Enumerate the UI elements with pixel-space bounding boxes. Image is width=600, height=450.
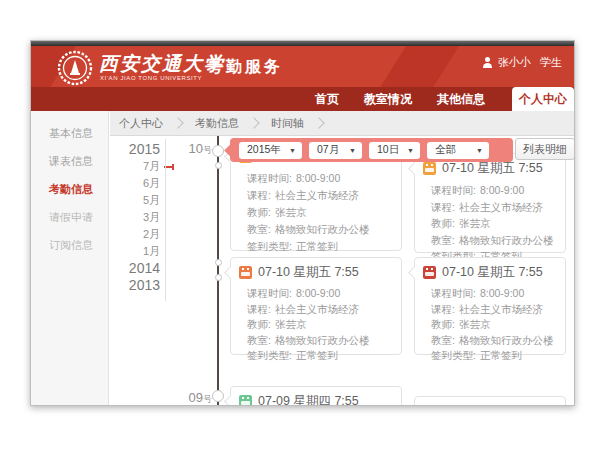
- year-item-2014[interactable]: 2014: [110, 260, 160, 277]
- app-header: 西安交通大学 XI'AN JIAO TONG UNIVERSITY 考勤服务 张…: [31, 46, 574, 87]
- month-item-february[interactable]: 2月: [110, 226, 160, 243]
- calendar-icon: [423, 162, 436, 175]
- type-dropdown[interactable]: 全部▼: [427, 142, 489, 159]
- chevron-down-icon: ▼: [476, 147, 483, 154]
- sidebar-item-basic-info[interactable]: 基本信息: [31, 123, 108, 151]
- nav-tab-personal-center[interactable]: 个人中心: [512, 87, 574, 111]
- nav-item-home[interactable]: 首页: [315, 91, 339, 108]
- user-icon: [482, 57, 493, 68]
- card-date: 07-09 星期四 7:55: [258, 393, 359, 405]
- app-title: 考勤服务: [207, 57, 283, 78]
- sidebar-item-leave-request[interactable]: 请假申请: [31, 207, 108, 235]
- attendance-card: 07-09 星期四 7:55: [230, 386, 402, 405]
- chevron-right-icon: [313, 117, 324, 128]
- card-fields: 课程时间:8:00-9:00 课程:社会主义市场经济 教师:张芸京 教室:格物致…: [415, 281, 565, 364]
- timeline-node-icon: [215, 259, 222, 266]
- timeline-year-list: 2015 7月 6月 5月 3月 2月 1月 2014 2013: [110, 141, 160, 294]
- calendar-icon: [239, 266, 252, 279]
- user-role: 学生: [540, 55, 562, 70]
- sidebar: 基本信息 课表信息 考勤信息 请假申请 订阅信息: [31, 111, 109, 405]
- university-logo-icon: [57, 50, 93, 86]
- timeline-node-icon: [212, 390, 224, 402]
- app-window: 西安交通大学 XI'AN JIAO TONG UNIVERSITY 考勤服务 张…: [30, 40, 575, 406]
- year-item-2015[interactable]: 2015: [110, 141, 160, 158]
- list-detail-button[interactable]: 列表明细: [515, 138, 574, 160]
- timeline-axis: [217, 136, 219, 405]
- card-date: 07-10 星期五 7:55: [442, 160, 543, 177]
- attendance-card: 07-10 星期五 7:55 课程时间:8:00-9:00 课程:社会主义市场经…: [230, 257, 402, 355]
- day-marker-10: 10号: [172, 141, 212, 157]
- nav-item-classrooms[interactable]: 教室情况: [364, 91, 412, 108]
- main-panel: 个人中心 考勤信息 时间轴 2015 7月 6月 5月 3月 2月 1月 201…: [110, 111, 574, 405]
- year-item-2013[interactable]: 2013: [110, 277, 160, 294]
- sidebar-item-subscription-info[interactable]: 订阅信息: [31, 235, 108, 263]
- chevron-down-icon: ▼: [407, 147, 414, 154]
- timeline-node-icon: [215, 274, 222, 281]
- breadcrumb-personal-center[interactable]: 个人中心: [119, 116, 163, 131]
- attendance-card: 07-10 星期五 7:55 课程时间:8:00-9:00 课程:社会主义市场经…: [414, 257, 566, 355]
- main-nav: 首页 教室情况 其他信息 个人中心: [31, 87, 574, 111]
- chevron-down-icon: ▼: [289, 147, 296, 154]
- calendar-icon: [239, 395, 252, 405]
- attendance-card: 07-10 星期五 7:55 课程时间:8:00-9:00 课程:社会主义市场经…: [414, 153, 566, 253]
- chevron-right-icon: [172, 117, 183, 128]
- month-dropdown[interactable]: 07月▼: [309, 142, 362, 159]
- card-date: 07-10 星期五 7:55: [258, 264, 359, 281]
- user-info[interactable]: 张小小 学生: [482, 55, 562, 70]
- day-marker-09: 09号: [172, 390, 212, 405]
- breadcrumb-timeline[interactable]: 时间轴: [271, 116, 304, 131]
- user-name: 张小小: [498, 55, 531, 70]
- timeline-node-icon: [215, 162, 222, 169]
- attendance-card-partial: [414, 396, 566, 405]
- card-fields: 课程时间:8:00-9:00 课程:社会主义市场经济 教师:张芸京 教室:格物致…: [231, 165, 401, 255]
- breadcrumb: 个人中心 考勤信息 时间轴: [110, 111, 574, 136]
- card-date: 07-10 星期五 7:55: [442, 264, 543, 281]
- nav-item-other-info[interactable]: 其他信息: [437, 91, 485, 108]
- month-item-march[interactable]: 3月: [110, 209, 160, 226]
- timeline-node-icon: [212, 145, 224, 157]
- chevron-down-icon: ▼: [349, 147, 356, 154]
- calendar-icon: [423, 266, 436, 279]
- chevron-right-icon: [248, 117, 259, 128]
- breadcrumb-attendance-info[interactable]: 考勤信息: [195, 116, 239, 131]
- month-item-july[interactable]: 7月: [110, 158, 160, 175]
- month-item-january[interactable]: 1月: [110, 243, 160, 260]
- month-item-june[interactable]: 6月: [110, 175, 160, 192]
- card-fields: 课程时间:8:00-9:00 课程:社会主义市场经济 教师:张芸京 教室:格物致…: [415, 177, 565, 265]
- year-list-divider: [165, 139, 166, 301]
- date-filter-bar: 2015年▼ 07月▼ 10日▼ 全部▼: [230, 138, 513, 162]
- day-dropdown[interactable]: 10日▼: [369, 142, 420, 159]
- year-dropdown[interactable]: 2015年▼: [239, 142, 302, 159]
- university-name-en: XI'AN JIAO TONG UNIVERSITY: [100, 75, 202, 81]
- sidebar-item-attendance-info[interactable]: 考勤信息: [31, 179, 108, 207]
- card-fields: 课程时间:8:00-9:00 课程:社会主义市场经济 教师:张芸京 教室:格物致…: [231, 281, 401, 364]
- month-item-may[interactable]: 5月: [110, 192, 160, 209]
- content-area: 基本信息 课表信息 考勤信息 请假申请 订阅信息 个人中心 考勤信息 时间轴 2…: [31, 111, 574, 405]
- sidebar-item-schedule-info[interactable]: 课表信息: [31, 151, 108, 179]
